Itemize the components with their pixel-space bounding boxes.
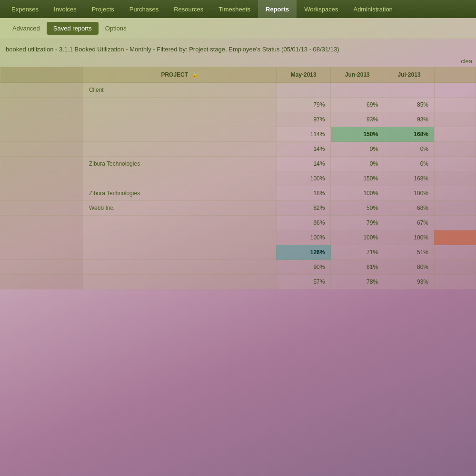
col-header-may[interactable]: May-2013 <box>276 67 331 83</box>
cell-jul: 93% <box>384 275 435 289</box>
cell-label <box>0 98 83 112</box>
cell-may: 97% <box>276 112 331 127</box>
table-row: Zibura Technologies14%0%0% <box>0 157 476 171</box>
cell-jun: 81% <box>331 260 384 275</box>
cell-label <box>0 260 83 275</box>
cell-jul: 67% <box>384 216 435 230</box>
cell-label <box>0 112 83 127</box>
subheader-may <box>276 83 331 98</box>
nav-item-workspaces[interactable]: Workspaces <box>297 0 346 18</box>
cell-project: Zibura Technologies <box>83 186 276 201</box>
lock-icon: 🔒 <box>191 72 198 78</box>
cell-project <box>83 171 276 186</box>
subheader-jul <box>384 83 435 98</box>
nav-item-projects[interactable]: Projects <box>84 0 122 18</box>
cell-label <box>0 142 83 157</box>
cell-jun: 78% <box>331 275 384 289</box>
cell-may: 114% <box>276 127 331 142</box>
cell-project <box>83 260 276 275</box>
cell-extra <box>434 171 476 186</box>
cell-jun: 79% <box>331 216 384 230</box>
cell-jul: 168% <box>384 127 435 142</box>
cell-may: 14% <box>276 157 331 171</box>
cell-project <box>83 142 276 157</box>
cell-jun: 93% <box>331 112 384 127</box>
col-header-extra <box>434 67 476 83</box>
subnav-advanced[interactable]: Advanced <box>6 22 47 35</box>
cell-jul: 0% <box>384 157 435 171</box>
subheader-label <box>0 83 83 98</box>
cell-extra <box>434 260 476 275</box>
cell-jul: 93% <box>384 112 435 127</box>
cell-may: 100% <box>276 171 331 186</box>
nav-item-reports[interactable]: Reports <box>258 0 297 18</box>
cell-jul: 100% <box>384 186 435 201</box>
cell-may: 126% <box>276 245 331 260</box>
nav-item-invoices[interactable]: Invoices <box>46 0 84 18</box>
cell-project <box>83 230 276 245</box>
table-row: 100%100%100% <box>0 230 476 245</box>
col-header-jul[interactable]: Jul-2013 <box>384 67 435 83</box>
cell-may: 96% <box>276 216 331 230</box>
cell-label <box>0 171 83 186</box>
cell-jul: 85% <box>384 98 435 112</box>
cell-may: 90% <box>276 260 331 275</box>
cell-jul: 51% <box>384 245 435 260</box>
col-header-project[interactable]: PROJECT 🔒 <box>83 67 276 83</box>
cell-jun: 50% <box>331 201 384 216</box>
cell-jun: 71% <box>331 245 384 260</box>
nav-item-timesheets[interactable]: Timesheets <box>211 0 258 18</box>
cell-extra <box>434 186 476 201</box>
cell-jun: 69% <box>331 98 384 112</box>
subnav: Advanced Saved reports Options <box>0 18 476 39</box>
subnav-options[interactable]: Options <box>99 22 133 35</box>
cell-may: 18% <box>276 186 331 201</box>
subheader-jun <box>331 83 384 98</box>
nav-item-administration[interactable]: Administration <box>346 0 400 18</box>
cell-project <box>83 127 276 142</box>
cell-label <box>0 230 83 245</box>
report-table: PROJECT 🔒 May-2013 Jun-2013 Jul-2013 Cli… <box>0 67 476 289</box>
cell-label <box>0 127 83 142</box>
cell-may: 79% <box>276 98 331 112</box>
table-header-area: clea <box>0 58 476 67</box>
col-header-jun[interactable]: Jun-2013 <box>331 67 384 83</box>
cell-jul: 68% <box>384 201 435 216</box>
cell-extra <box>434 157 476 171</box>
cell-label <box>0 186 83 201</box>
cell-jun: 150% <box>331 171 384 186</box>
cell-project <box>83 275 276 289</box>
table-row: 14%0%0% <box>0 142 476 157</box>
subnav-saved-reports[interactable]: Saved reports <box>47 22 99 35</box>
cell-label <box>0 216 83 230</box>
table-row: 114%150%168% <box>0 127 476 142</box>
cell-extra <box>434 127 476 142</box>
cell-jun: 100% <box>331 230 384 245</box>
cell-jul: 100% <box>384 230 435 245</box>
cell-project: Webb Inc. <box>83 201 276 216</box>
clear-link[interactable]: clea <box>461 58 472 65</box>
cell-project <box>83 245 276 260</box>
cell-jun: 100% <box>331 186 384 201</box>
report-title: booked utilization - 3.1.1 Booked Utiliz… <box>0 39 476 58</box>
nav-item-resources[interactable]: Resources <box>166 0 211 18</box>
cell-jul: 0% <box>384 142 435 157</box>
cell-may: 100% <box>276 230 331 245</box>
nav-item-purchases[interactable]: Purchases <box>122 0 166 18</box>
cell-extra <box>434 112 476 127</box>
cell-jul: 168% <box>384 171 435 186</box>
cell-label <box>0 201 83 216</box>
cell-extra <box>434 216 476 230</box>
table-row: 90%81%80% <box>0 260 476 275</box>
nav-item-expenses[interactable]: Expenses <box>4 0 46 18</box>
table-row: 100%150%168% <box>0 171 476 186</box>
cell-project: Zibura Technologies <box>83 157 276 171</box>
cell-jun: 0% <box>331 142 384 157</box>
cell-extra <box>434 201 476 216</box>
cell-project <box>83 98 276 112</box>
table-row: 57%78%93% <box>0 275 476 289</box>
cell-label <box>0 157 83 171</box>
cell-may: 14% <box>276 142 331 157</box>
cell-may: 57% <box>276 275 331 289</box>
cell-jun: 150% <box>331 127 384 142</box>
